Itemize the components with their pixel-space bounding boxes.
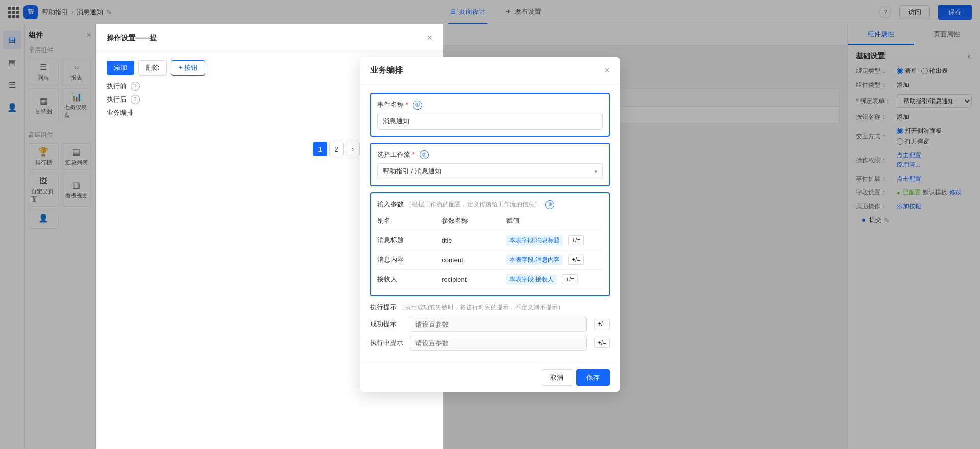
param-alias-1: 消息内容 — [377, 255, 442, 264]
exec-hints-subtitle: （执行成功或失败时，将进行对应的提示，不定义则不提示） — [399, 304, 564, 311]
modal-save-btn[interactable]: 保存 — [576, 369, 610, 386]
exec-hints-title: 执行提示 — [370, 303, 397, 311]
hint-executing-label: 执行中提示 — [370, 338, 406, 347]
business-arrange-modal: 业务编排 × 事件名称 * ① 选择工作流 * ② — [360, 57, 620, 392]
event-name-section: 事件名称 * ① — [370, 93, 610, 137]
hint-row-success: 成功提示 +/= — [370, 317, 610, 332]
workflow-label-row: 选择工作流 * ② — [377, 150, 603, 160]
op-del-btn[interactable]: 删除 — [138, 60, 167, 76]
col-param-name: 参数名称 — [442, 216, 506, 226]
op-add-btn[interactable]: 添加 — [107, 61, 134, 75]
business-arrange-label: 业务编排 — [107, 109, 133, 116]
exec-hints-header: 执行提示 （执行成功或失败时，将进行对应的提示，不定义则不提示） — [370, 303, 610, 312]
op-panel-title: 操作设置——提 — [107, 34, 157, 43]
page-next-btn[interactable]: › — [346, 142, 360, 156]
op-panel-close-icon[interactable]: × — [427, 33, 432, 43]
op-pagination: 1 2 › — [313, 142, 360, 156]
op-col-btn[interactable]: + 按钮 — [171, 60, 205, 76]
exec-after-info-icon: ? — [131, 95, 140, 104]
param-row-0: 消息标题 title 本表字段.消息标题 +/= — [377, 231, 603, 251]
page-btn-1[interactable]: 1 — [313, 142, 327, 156]
workflow-required: * — [412, 151, 415, 158]
page-btn-2[interactable]: 2 — [329, 142, 344, 156]
event-name-circle-num: ① — [413, 101, 422, 110]
modal-cancel-btn[interactable]: 取消 — [542, 369, 572, 386]
event-name-label: 事件名称 — [377, 101, 404, 108]
plus-eq-btn-2[interactable]: +/= — [562, 274, 578, 284]
col-value: 赋值 — [506, 216, 603, 226]
workflow-select-wrapper: 帮助指引 / 消息通知 ▾ — [377, 163, 603, 179]
exec-hints-section: 执行提示 （执行成功或失败时，将进行对应的提示，不定义则不提示） 成功提示 +/… — [370, 303, 610, 351]
workflow-label: 选择工作流 — [377, 151, 410, 158]
input-params-sublabel: （根据工作流的配置，定义传递给工作流的信息） — [406, 201, 541, 208]
hint-row-executing: 执行中提示 +/= — [370, 336, 610, 351]
modal-body: 事件名称 * ① 选择工作流 * ② 帮助指引 / 消息通知 ▾ — [360, 85, 620, 363]
plus-eq-btn-1[interactable]: +/= — [568, 255, 584, 265]
input-params-label: 输入参数 — [377, 200, 404, 208]
input-params-section: 输入参数 （根据工作流的配置，定义传递给工作流的信息） ③ 别名 参数名称 赋值… — [370, 192, 610, 296]
col-alias: 别名 — [377, 216, 442, 226]
param-value-cell-2: 本表字段.接收人 +/= — [506, 274, 603, 285]
param-val-tag-1: 本表字段.消息内容 — [506, 255, 563, 265]
param-name-0: title — [442, 237, 506, 244]
param-row-1: 消息内容 content 本表字段.消息内容 +/= — [377, 251, 603, 270]
hint-success-plus-eq-btn[interactable]: +/= — [594, 319, 610, 329]
param-value-cell-0: 本表字段.消息标题 +/= — [506, 235, 603, 246]
param-val-tag-0: 本表字段.消息标题 — [506, 235, 563, 246]
modal-header: 业务编排 × — [360, 57, 620, 85]
workflow-circle-num: ② — [420, 150, 429, 159]
workflow-section: 选择工作流 * ② 帮助指引 / 消息通知 ▾ — [370, 143, 610, 187]
param-name-2: recipient — [442, 276, 506, 283]
params-table-header: 别名 参数名称 赋值 — [377, 213, 603, 229]
event-name-label-row: 事件名称 * ① — [377, 100, 603, 110]
param-name-1: content — [442, 256, 506, 264]
input-params-circle-num: ③ — [545, 200, 554, 209]
modal-close-icon[interactable]: × — [604, 65, 610, 76]
param-val-tag-2: 本表字段.接收人 — [506, 274, 557, 285]
param-value-cell-1: 本表字段.消息内容 +/= — [506, 255, 603, 265]
modal-overlay: 操作设置——提 × 添加 删除 + 按钮 执行前 ? 执行后 ? 业务编排 — [0, 0, 980, 449]
param-alias-2: 接收人 — [377, 275, 442, 284]
hint-executing-plus-eq-btn[interactable]: +/= — [594, 338, 610, 348]
exec-before-info-icon: ? — [131, 82, 140, 91]
exec-after-label: 执行后 — [107, 95, 127, 103]
param-alias-0: 消息标题 — [377, 236, 442, 245]
modal-title: 业务编排 — [370, 65, 403, 76]
event-name-input[interactable] — [377, 114, 603, 130]
param-row-2: 接收人 recipient 本表字段.接收人 +/= — [377, 270, 603, 289]
exec-before-label: 执行前 — [107, 82, 127, 90]
plus-eq-btn-0[interactable]: +/= — [568, 235, 584, 245]
modal-footer: 取消 保存 — [360, 363, 620, 392]
workflow-select[interactable]: 帮助指引 / 消息通知 — [377, 163, 603, 179]
hint-executing-input[interactable] — [410, 336, 587, 351]
input-params-label-row: 输入参数 （根据工作流的配置，定义传递给工作流的信息） ③ — [377, 199, 603, 209]
hint-success-input[interactable] — [410, 317, 587, 332]
hint-success-label: 成功提示 — [370, 319, 406, 329]
event-name-required: * — [406, 101, 408, 108]
